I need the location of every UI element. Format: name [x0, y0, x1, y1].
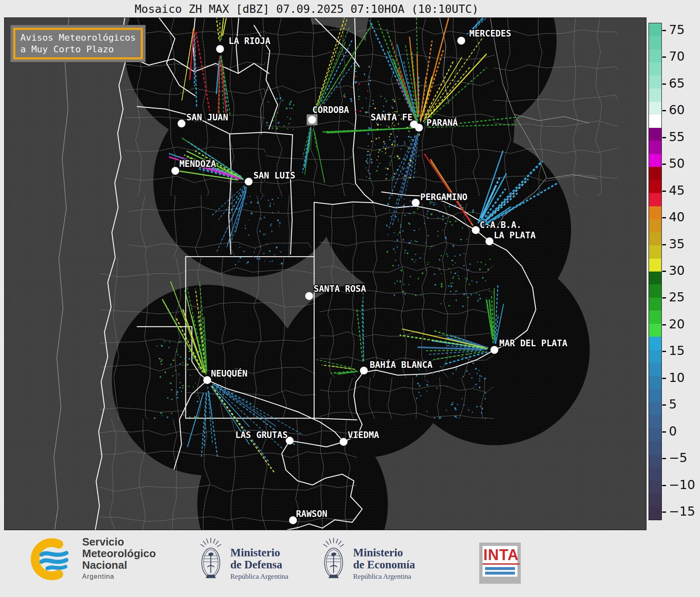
city-label: LA RIOJA — [229, 36, 271, 46]
economia-logo: Ministerio de Economía República Argenti… — [321, 536, 415, 581]
colorbar-tick — [662, 297, 666, 298]
radar-map: LA RIOJAMERCEDESSAN JUANCÓRDOBASANTA FEP… — [5, 18, 646, 530]
defensa-logo: Ministerio de Defensa República Argentin… — [198, 536, 288, 581]
city-dot — [178, 120, 185, 127]
inta-logo: INTA — [479, 543, 521, 584]
colorbar-band — [649, 415, 661, 428]
colorbar-band — [649, 272, 661, 285]
city-dot — [457, 37, 465, 44]
colorbar-band — [649, 88, 661, 102]
colorbar-band — [649, 441, 661, 455]
smn-sun-wave-icon — [24, 536, 76, 582]
colorbar-band — [649, 324, 661, 337]
city-dot — [171, 167, 179, 175]
colorbar-tick — [662, 137, 666, 138]
colorbar-tick-label: −15 — [669, 504, 695, 519]
colorbar-band — [649, 232, 661, 246]
city-label: MENDOZA — [179, 159, 216, 169]
colorbar-tick-label: 0 — [669, 424, 677, 438]
colorbar-tick-label: −5 — [669, 450, 687, 465]
colorbar-band — [649, 507, 661, 520]
colorbar-band — [649, 259, 661, 272]
colorbar-tick — [662, 30, 666, 31]
colorbar-band — [649, 62, 661, 76]
colorbar-tick-label: 40 — [669, 210, 685, 224]
smn-name-line2: Meteorológico — [82, 548, 156, 559]
radar-product: Mosaico ZH MAX [dBZ] 07.09.2025 07:10HOA… — [0, 0, 700, 597]
colorbar-tick-label: 10 — [669, 370, 685, 385]
city-dot — [412, 199, 420, 207]
colorbar-band — [649, 311, 661, 324]
city-label: BAHÍA BLANCA — [370, 360, 433, 370]
colorbar-band — [649, 402, 661, 416]
colorbar-tick-label: 5 — [669, 397, 677, 411]
city-label: SAN JUAN — [186, 113, 228, 122]
city-label: SAN LUIS — [254, 171, 295, 181]
city-dot — [245, 178, 253, 186]
city-dot — [339, 438, 347, 446]
city-dot — [415, 124, 423, 132]
colorbar-band — [649, 363, 661, 376]
defensa-line1: Ministerio — [230, 547, 288, 559]
colorbar-tick — [662, 511, 666, 513]
inta-blue-bar-1 — [485, 567, 515, 570]
colorbar-band — [649, 128, 661, 141]
colorbar-band — [649, 76, 661, 89]
colorbar-band — [649, 455, 661, 468]
defensa-line2: de Defensa — [230, 559, 288, 571]
colorbar-band — [649, 180, 661, 193]
colorbar-band — [649, 36, 661, 49]
colorbar-band — [649, 245, 661, 259]
city-dot — [490, 346, 498, 354]
city-dot — [305, 292, 313, 300]
warning-box: Avisos Meteorológicos a Muy Corto Plazo — [10, 25, 146, 62]
defensa-line3: República Argentina — [230, 573, 288, 581]
colorbar-band — [649, 376, 661, 389]
inta-wordmark: INTA — [483, 547, 520, 565]
colorbar-band — [649, 141, 661, 154]
colorbar-band — [649, 284, 661, 298]
colorbar-band — [649, 23, 661, 37]
colorbar-tick-label: 65 — [669, 76, 685, 91]
city-label: LAS GRUTAS — [235, 430, 288, 440]
city-label: SANTA FE — [371, 113, 412, 122]
smn-logo: Servicio Meteorológico Nacional Argentin… — [24, 536, 156, 582]
colorbar-band — [649, 193, 661, 206]
colorbar-tick — [662, 56, 666, 58]
smn-name-line3: Nacional — [82, 559, 156, 571]
smn-name-line4: Argentina — [82, 573, 156, 580]
colorbar-band — [649, 337, 661, 350]
colorbar-tick — [662, 351, 666, 352]
product-title: Mosaico ZH MAX [dBZ] 07.09.2025 07:10HOA… — [0, 2, 613, 15]
colorbar-tick-label: 55 — [669, 130, 685, 144]
smn-name-line1: Servicio — [82, 536, 156, 548]
colorbar-tick — [662, 110, 666, 111]
city-dot — [472, 226, 480, 234]
colorbar-tick-label: 75 — [669, 22, 685, 37]
colorbar-tick — [662, 431, 666, 433]
coat-of-arms-icon — [198, 536, 224, 581]
colorbar-tick — [662, 244, 666, 245]
colorbar — [649, 23, 662, 520]
colorbar-tick — [662, 378, 666, 379]
colorbar-tick-label: 25 — [669, 290, 685, 304]
colorbar-tick-label: 20 — [669, 317, 685, 331]
colorbar-tick — [662, 164, 666, 165]
colorbar-band — [649, 219, 661, 232]
city-dot — [308, 116, 316, 124]
colorbar-band — [649, 350, 661, 363]
colorbar-band — [649, 298, 661, 311]
coat-of-arms-icon — [321, 536, 346, 581]
city-label: NEUQUÉN — [211, 368, 247, 379]
city-label: MERCEDES — [469, 29, 511, 39]
colorbar-tick-label: 50 — [669, 156, 685, 171]
colorbar-band — [649, 102, 661, 115]
colorbar-tick-label: 60 — [669, 103, 685, 117]
footer: Servicio Meteorológico Nacional Argentin… — [0, 530, 700, 597]
city-label: PARANÁ — [427, 117, 458, 128]
economia-line3: República Argentina — [353, 573, 415, 581]
colorbar-tick — [662, 458, 666, 459]
warning-box-frame: Avisos Meteorológicos a Muy Corto Plazo — [13, 28, 143, 59]
map-area: LA RIOJAMERCEDESSAN JUANCÓRDOBASANTA FEP… — [4, 17, 646, 530]
colorbar-band — [649, 115, 661, 128]
